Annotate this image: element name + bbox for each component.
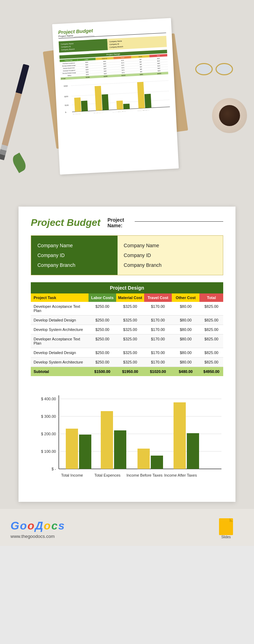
cell-task: Develop System Architecture — [31, 325, 89, 334]
subtotal-other: $480.00 — [172, 367, 199, 376]
svg-text:$ -: $ - — [51, 467, 56, 471]
coffee-liquid — [219, 105, 240, 126]
table-row: Develop Detailed Design $250.00 $325.00 … — [31, 316, 223, 325]
svg-text:$ 300.00: $ 300.00 — [41, 414, 56, 418]
svg-rect-10 — [94, 86, 102, 111]
svg-text:$ 100.00: $ 100.00 — [41, 449, 56, 453]
leaf — [10, 153, 28, 173]
subtotal-material: $1950.00 — [116, 367, 144, 376]
cell-total: $825.00 — [199, 358, 223, 367]
company-info-left: Company Name Company ID Company Branch — [31, 236, 118, 275]
cell-total: $825.00 — [199, 325, 223, 334]
bar-pretax-yellow — [137, 449, 150, 469]
col-header-material: Material Cost — [116, 293, 144, 302]
x-label-4: Income After Taxes — [164, 473, 197, 477]
cell-material: $325.00 — [116, 348, 144, 357]
document-header: Project Budget Project Name: — [31, 217, 223, 228]
cell-other: $80.00 — [172, 316, 199, 325]
coffee-cup-decoration — [212, 98, 247, 133]
branding-section: G o o Д o c s www.thegoodocs.com Slides — [0, 509, 254, 546]
logo-s-letter: s — [58, 519, 64, 532]
cell-travel: $170.00 — [144, 325, 172, 334]
cell-task: Develop Detailed Design — [31, 348, 89, 357]
bar-chart: $ 400.00 $ 300.00 $ 200.00 $ 100.00 $ - — [31, 388, 223, 486]
svg-text:Income Before Taxes: Income Before Taxes — [113, 111, 126, 113]
company-info-section: Company Name Company ID Company Branch C… — [31, 235, 223, 275]
table-row: Developer Acceptance Text Plan $250.00 $… — [31, 302, 223, 316]
x-label-1: Total Income — [61, 473, 83, 477]
cell-labor: $250.00 — [89, 348, 116, 357]
cell-travel: $170.00 — [144, 334, 172, 348]
cell-task: Develop System Architecture — [31, 358, 89, 367]
svg-text:$ 200.00: $ 200.00 — [41, 432, 56, 436]
mini-company-info: Company NameCompany IDCompany Branch Com… — [59, 36, 167, 53]
gooddocs-logo: G o o Д o c s — [10, 519, 64, 532]
bar-aftertax-green — [187, 433, 199, 469]
svg-rect-9 — [81, 101, 88, 111]
cell-labor: $250.00 — [89, 325, 116, 334]
table-body: Developer Acceptance Text Plan $250.00 $… — [31, 302, 223, 367]
svg-rect-8 — [74, 97, 81, 112]
cell-travel: $170.00 — [144, 348, 172, 357]
svg-text:$100: $100 — [65, 104, 69, 106]
cell-labor: $250.00 — [89, 334, 116, 348]
mini-col-travel: Travel — [113, 56, 132, 59]
table-row: Develop System Architecture $250.00 $325… — [31, 358, 223, 367]
logo-g: G — [10, 519, 19, 532]
svg-text:Income After Taxes: Income After Taxes — [137, 110, 149, 112]
cell-total: $825.00 — [199, 348, 223, 357]
cell-total: $825.00 — [199, 316, 223, 325]
table-subtotal-row: Subtotal $1500.00 $1950.00 $1020.00 $480… — [31, 367, 223, 376]
bar-income-yellow — [66, 429, 78, 469]
cell-travel: $170.00 — [144, 358, 172, 367]
col-header-task: Project Task — [31, 293, 89, 302]
svg-line-5 — [71, 91, 169, 96]
svg-rect-15 — [144, 94, 151, 108]
svg-text:$-: $- — [65, 111, 67, 113]
svg-rect-12 — [117, 101, 123, 110]
document-title: Project Budget — [31, 217, 100, 228]
col-header-labor: Labor Costs — [89, 293, 116, 302]
x-label-3: Income Before Taxes — [126, 473, 163, 477]
col-header-total: Total — [199, 293, 223, 302]
mini-chart: $300 $200 $100 $- — [61, 78, 170, 116]
project-name-section: Project Name: — [107, 217, 223, 228]
logo-d-letter: Д — [35, 519, 43, 532]
top-decorative-section: Project Budget Project Name ____________… — [0, 0, 254, 200]
table-section-title: Project Design — [31, 282, 223, 293]
mini-col-total: Total — [149, 54, 168, 57]
table-row: Develop System Architecture $250.00 $325… — [31, 325, 223, 334]
slides-icon — [219, 518, 233, 535]
right-lens — [216, 63, 233, 75]
glasses-decoration — [195, 63, 233, 75]
cell-other: $80.00 — [172, 302, 199, 315]
cell-material: $325.00 — [116, 302, 144, 315]
x-label-2: Total Expences — [94, 473, 121, 477]
subtotal-total: $4950.00 — [199, 367, 223, 376]
bar-expences-yellow — [101, 411, 113, 469]
svg-text:$200: $200 — [64, 95, 69, 98]
mini-col-task: Project Task — [59, 59, 78, 62]
leaf-decoration — [14, 154, 24, 172]
table-row: Develop Detailed Design $250.00 $325.00 … — [31, 348, 223, 358]
company-info-right: Company Name Company ID Company Branch — [118, 236, 223, 275]
svg-rect-11 — [102, 94, 109, 110]
bar-pretax-green — [151, 456, 163, 469]
svg-rect-14 — [137, 82, 145, 109]
subtotal-labor: $1500.00 — [89, 367, 116, 376]
cell-labor: $250.00 — [89, 358, 116, 367]
subtotal-label: Subtotal — [31, 367, 89, 376]
cell-other: $80.00 — [172, 325, 199, 334]
cell-material: $325.00 — [116, 334, 144, 348]
mini-chart-svg: $300 $200 $100 $- — [64, 78, 170, 115]
svg-text:$ 400.00: $ 400.00 — [41, 397, 56, 401]
cell-total: $825.00 — [199, 334, 223, 348]
cell-labor: $250.00 — [89, 316, 116, 325]
cell-travel: $170.00 — [144, 316, 172, 325]
glasses-frame — [195, 63, 233, 75]
project-name-label: Project Name: — [107, 217, 133, 228]
table-header-row: Project Task Labor Costs Material Cost T… — [31, 293, 223, 302]
bar-income-green — [79, 435, 91, 469]
cell-labor: $250.00 — [89, 302, 116, 315]
cell-task: Developer Acceptance Text Plan — [31, 302, 89, 315]
